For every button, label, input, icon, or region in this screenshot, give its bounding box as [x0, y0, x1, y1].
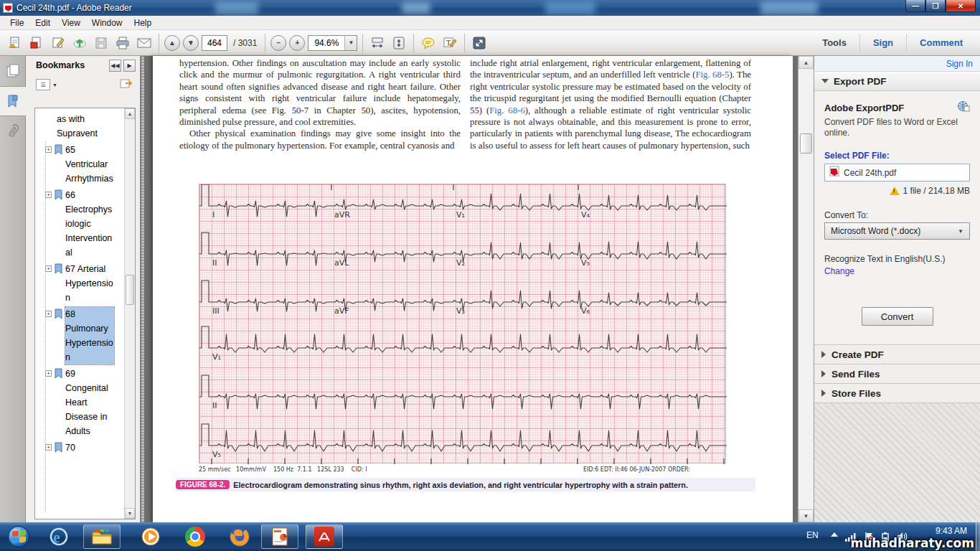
- cloud-upload-icon[interactable]: [70, 34, 89, 52]
- zoom-dropdown-arrow[interactable]: ▼: [344, 36, 357, 50]
- powerpoint-icon[interactable]: [261, 524, 298, 549]
- bookmark-item[interactable]: + 66 Electrophysiologic Interventional: [38, 188, 123, 260]
- sign-in-link[interactable]: Sign In: [946, 59, 973, 69]
- language-indicator[interactable]: EN: [806, 530, 819, 540]
- menu-view[interactable]: View: [56, 17, 86, 29]
- ecg-waveforms: [199, 184, 727, 464]
- tray-expand-icon[interactable]: [831, 532, 838, 537]
- page-thumbnails-icon[interactable]: [0, 56, 26, 86]
- figure-reference-link[interactable]: Fig. 68-6: [489, 105, 525, 116]
- previous-page-button[interactable]: ▲: [164, 35, 180, 51]
- convert-button[interactable]: Convert: [862, 307, 933, 326]
- expand-icon[interactable]: +: [45, 265, 52, 272]
- bookmark-item[interactable]: + 69 Congenital Heart Disease in Adults: [38, 367, 123, 438]
- scrollbar-thumb[interactable]: [126, 275, 134, 305]
- expand-panel-button[interactable]: ▶: [123, 60, 136, 72]
- bookmark-item[interactable]: as with Supravent: [57, 112, 105, 141]
- menu-help[interactable]: Help: [128, 17, 158, 29]
- zoom-in-button[interactable]: +: [289, 35, 305, 51]
- highlight-text-icon[interactable]: T: [440, 34, 459, 52]
- bookmark-item[interactable]: + 70: [38, 441, 123, 456]
- scroll-down-icon[interactable]: ▼: [798, 509, 814, 522]
- chevron-right-icon: [821, 351, 826, 358]
- ecg-lead-label: II: [212, 401, 217, 410]
- zoom-level-value[interactable]: 94.6%: [308, 38, 344, 48]
- bookmark-options-dropdown-arrow[interactable]: ▼: [52, 83, 57, 88]
- panel-splitter[interactable]: [141, 56, 144, 522]
- menu-bar: File Edit View Window Help: [0, 16, 980, 30]
- scroll-down-icon[interactable]: ▼: [125, 508, 135, 519]
- close-button[interactable]: ✕: [946, 0, 976, 12]
- expand-icon[interactable]: +: [45, 370, 52, 377]
- comment-bubble-icon[interactable]: [419, 34, 438, 52]
- open-icon[interactable]: [6, 34, 24, 52]
- figure-reference-link[interactable]: Fig. 68-5: [695, 70, 729, 80]
- bookmark-item[interactable]: + 67 Arterial Hypertension: [38, 262, 123, 305]
- export-pdf-header[interactable]: Export PDF: [814, 72, 980, 91]
- zoom-out-button[interactable]: −: [270, 35, 286, 51]
- create-pdf-section[interactable]: Create PDF: [814, 344, 980, 364]
- sign-tab[interactable]: Sign: [862, 37, 905, 48]
- bookmark-action-icon[interactable]: [120, 77, 133, 92]
- convert-to-dropdown[interactable]: Microsoft Word (*.docx) ▼: [824, 222, 970, 240]
- clock[interactable]: 9:43 AM: [936, 526, 967, 536]
- email-icon[interactable]: [135, 34, 154, 52]
- bookmarks-scrollbar[interactable]: ▲ ▼: [124, 108, 135, 519]
- document-area: hypertension. Other findings on ausculta…: [141, 56, 814, 522]
- expand-icon[interactable]: +: [45, 146, 52, 153]
- expand-icon[interactable]: +: [45, 444, 52, 451]
- bookmarks-icon[interactable]: [0, 86, 26, 116]
- attachments-icon[interactable]: [0, 116, 26, 146]
- sign-pen-icon[interactable]: [49, 34, 67, 52]
- print-icon[interactable]: [113, 34, 132, 52]
- bookmark-options-icon[interactable]: ☰: [36, 79, 50, 90]
- window-title: Cecil 24th.pdf - Adobe Reader: [17, 3, 132, 13]
- restore-button[interactable]: ❐: [925, 0, 946, 12]
- bookmark-item[interactable]: + 65 Ventricular Arrhythmias: [38, 143, 123, 186]
- exportpdf-online-icon: [957, 100, 970, 115]
- page-number-input[interactable]: [202, 35, 227, 51]
- change-link[interactable]: Change: [824, 266, 854, 276]
- bookmarks-panel: Bookmarks ◀◀ ▶ ☰ ▼ as with Supravent +: [26, 56, 141, 522]
- scrollbar-thumb[interactable]: [800, 133, 812, 154]
- menu-file[interactable]: File: [4, 17, 29, 29]
- menu-edit[interactable]: Edit: [29, 17, 56, 29]
- media-player-icon[interactable]: [136, 524, 165, 549]
- document-scrollbar[interactable]: ▲ ▼: [798, 56, 814, 522]
- collapse-panel-button[interactable]: ◀◀: [109, 60, 121, 72]
- store-files-section[interactable]: Store Files: [814, 383, 980, 402]
- page-fit-icon[interactable]: [390, 34, 408, 52]
- menu-window[interactable]: Window: [86, 17, 128, 29]
- bookmark-item-selected[interactable]: + 68 Pulmonary Hypertension: [38, 307, 123, 364]
- recognize-text-label: Recognize Text in English(U.S.): [814, 254, 980, 264]
- send-files-section[interactable]: Send Files: [814, 364, 980, 383]
- scroll-up-icon[interactable]: ▲: [125, 108, 135, 119]
- comment-tab[interactable]: Comment: [908, 37, 974, 48]
- next-page-button[interactable]: ▼: [183, 35, 199, 51]
- show-desktop-button[interactable]: [976, 522, 980, 551]
- windows-explorer-icon[interactable]: [83, 524, 121, 549]
- selected-file-box[interactable]: Cecil 24th.pdf: [824, 164, 970, 182]
- expand-icon[interactable]: +: [45, 311, 52, 317]
- ecg-lead-label: I: [212, 210, 215, 220]
- bookmark-ribbon-icon: [54, 263, 63, 277]
- tools-tab[interactable]: Tools: [811, 37, 858, 48]
- create-pdf-icon[interactable]: [27, 34, 46, 52]
- ecg-lead-label: V₁: [212, 352, 221, 362]
- bookmarks-list: as with Supravent + 65 Ventricular Arrhy…: [34, 108, 136, 519]
- ecg-lead-label: aVR: [334, 210, 350, 220]
- page-width-icon[interactable]: [368, 34, 387, 52]
- firefox-icon[interactable]: [225, 524, 254, 549]
- internet-explorer-icon[interactable]: e: [44, 524, 73, 549]
- adobe-reader-taskbar-icon[interactable]: [306, 524, 343, 549]
- expand-icon[interactable]: +: [45, 192, 52, 198]
- bookmarks-panel-title: Bookmarks: [36, 60, 107, 70]
- chrome-icon[interactable]: [181, 524, 209, 549]
- save-icon[interactable]: [92, 34, 110, 52]
- start-button[interactable]: [4, 524, 33, 549]
- zoom-level-control[interactable]: 94.6% ▼: [308, 35, 357, 51]
- fullscreen-icon[interactable]: [470, 34, 489, 52]
- minimize-button[interactable]: —: [905, 0, 925, 12]
- bookmark-ribbon-icon: [54, 368, 63, 382]
- scroll-up-icon[interactable]: ▲: [798, 56, 814, 69]
